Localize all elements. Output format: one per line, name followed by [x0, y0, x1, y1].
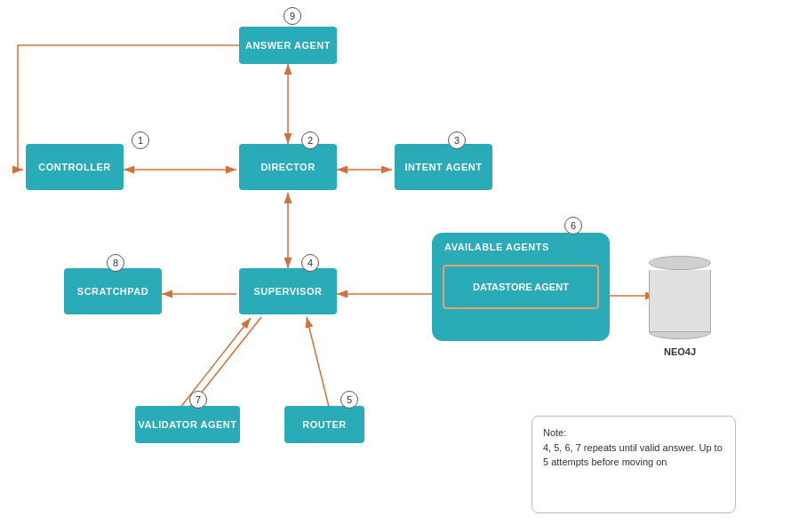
circle-7: 7 — [189, 391, 207, 409]
circle-6: 6 — [564, 217, 582, 234]
cylinder-top — [649, 256, 711, 270]
datastore-agent-node: DATASTORE AGENT — [443, 265, 599, 309]
supervisor-node: SUPERVISOR — [239, 268, 337, 314]
diagram-container: ANSWER AGENT DIRECTOR CONTROLLER INTENT … — [0, 0, 791, 532]
intent-agent-node: INTENT AGENT — [395, 144, 492, 190]
validator-agent-node: VALIDATOR AGENT — [135, 406, 240, 443]
available-agents-label: AVAILABLE AGENTS — [444, 242, 549, 252]
answer-agent-node: ANSWER AGENT — [239, 27, 337, 64]
scratchpad-node: SCRATCHPAD — [64, 268, 162, 314]
controller-node: CONTROLLER — [26, 144, 124, 190]
cylinder-body — [649, 270, 711, 332]
note-text: Note: 4, 5, 6, 7 repeats until valid ans… — [543, 427, 723, 467]
router-node: ROUTER — [284, 406, 364, 443]
circle-3: 3 — [448, 131, 466, 149]
circle-8: 8 — [107, 254, 124, 272]
director-node: DIRECTOR — [239, 144, 337, 190]
circle-4: 4 — [301, 254, 319, 272]
note-box: Note: 4, 5, 6, 7 repeats until valid ans… — [531, 416, 736, 513]
svg-line-10 — [307, 317, 329, 407]
available-agents-node: AVAILABLE AGENTS DATASTORE AGENT — [432, 233, 610, 341]
circle-5: 5 — [340, 391, 358, 409]
neo4j-label: NEO4J — [644, 346, 715, 357]
circle-1: 1 — [132, 131, 149, 149]
circle-9: 9 — [284, 7, 301, 25]
circle-2: 2 — [301, 131, 319, 149]
neo4j-cylinder: NEO4J — [649, 256, 711, 339]
